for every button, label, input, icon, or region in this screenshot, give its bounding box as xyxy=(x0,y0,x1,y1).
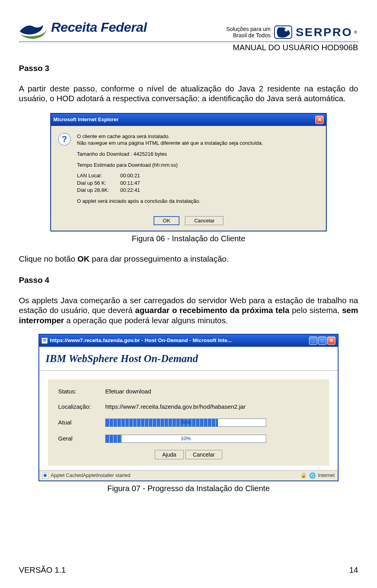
step-4-title: Passo 4 xyxy=(19,275,358,285)
eta-row-value: 00:00:21 xyxy=(120,172,263,179)
manual-title: MANUAL DO USUÁRIO HOD906B xyxy=(19,42,358,52)
ibm-product-title: IBM WebSphere Host On-Demand xyxy=(46,352,331,366)
eta-row-value: 00:22:41 xyxy=(120,187,263,194)
eta-row-label: Dial up 28,8K: xyxy=(77,187,120,194)
click-ok-pre: Clique no botão xyxy=(19,254,77,263)
step-3-title: Passo 3 xyxy=(19,63,358,73)
rf-brand-text: Receita Federal xyxy=(51,20,147,35)
p4-mid: pelo sistema, xyxy=(289,306,342,315)
question-icon: ? xyxy=(58,133,71,146)
eta-row-label: LAN Local: xyxy=(77,172,120,179)
page-number: 14 xyxy=(349,565,358,575)
serpro-logo: Soluções para um Brasil de Todos SERPRO® xyxy=(226,24,358,40)
dialog-post-line: O applet será iniciado após a conclusão … xyxy=(77,198,263,205)
download-size-line: Tamanho do Download : 4425216 bytes xyxy=(77,151,263,158)
globe-icon: 🌐 xyxy=(309,472,316,479)
serpro-tagline-1: Soluções para um xyxy=(226,26,271,32)
status-bar-text: Applet CachedAppletInstaller started xyxy=(51,473,130,479)
p4-post: a operação que poderá levar alguns minut… xyxy=(64,316,228,325)
dialog-line2: Não navegue em uma página HTML diferente… xyxy=(77,140,263,146)
click-ok-bold: OK xyxy=(77,254,90,263)
status-bar: Applet CachedAppletInstaller started 🔒 🌐… xyxy=(39,470,338,481)
svg-point-1 xyxy=(285,28,288,31)
minimize-icon[interactable]: _ xyxy=(309,337,317,345)
download-panel: Status: Efetuar download Localização: ht… xyxy=(48,379,329,466)
security-zone: Internet xyxy=(318,473,335,479)
progress-atual-pct: 70% xyxy=(181,419,191,426)
serpro-emblem-icon xyxy=(274,24,293,40)
figure-06-caption: Figura 06 - Instalação do Cliente xyxy=(19,234,358,244)
location-value: https://www7.receita.fazenda.gov.br/hod/… xyxy=(105,403,319,411)
dialog-line1: O cliente em cache agora será instalado. xyxy=(77,133,170,139)
progress-geral: 10% xyxy=(105,435,266,443)
ibm-header: IBM WebSphere Host On-Demand xyxy=(39,347,338,371)
page-footer: VERSÃO 1.1 14 xyxy=(19,565,358,575)
eta-row-value: 00:11:47 xyxy=(120,180,263,187)
progress-atual: 70% xyxy=(105,419,266,427)
help-button[interactable]: Ajuda xyxy=(155,450,184,459)
eta-row-label: Dial up 56 K: xyxy=(77,180,120,187)
progress-geral-fill xyxy=(106,435,122,442)
eta-title: Tempo Estimado para Download (hh:mm:ss) xyxy=(77,162,263,169)
status-value: Efetuar download xyxy=(105,388,319,395)
close-icon[interactable]: ✕ xyxy=(327,337,335,345)
progress-atual-label: Atual xyxy=(58,419,105,426)
maximize-icon[interactable]: □ xyxy=(318,337,326,345)
ok-button[interactable]: OK xyxy=(154,216,180,225)
serpro-word: SERPRO xyxy=(296,25,353,39)
svg-point-4 xyxy=(44,474,47,477)
status-label: Status: xyxy=(58,388,105,395)
eta-rows: LAN Local:00:00:21Dial up 56 K:00:11:47D… xyxy=(77,172,263,194)
window-title: https://www7.receita.fazenda.gov.br - Ho… xyxy=(50,337,307,344)
close-icon[interactable]: ✕ xyxy=(315,116,324,124)
version-label: VERSÃO 1.1 xyxy=(19,565,66,575)
p4-bold1: aguardar o recebimento da próxima tela xyxy=(135,306,289,315)
cancel-download-button[interactable]: Cancelar xyxy=(185,450,222,459)
progress-atual-fill xyxy=(106,419,218,426)
step-3-text: A partir deste passo, conforme o nível d… xyxy=(19,84,358,104)
click-ok-post: para dar prosseguimento a instalação. xyxy=(90,254,229,263)
window-titlebar: https://www7.receita.fazenda.gov.br - Ho… xyxy=(39,335,338,347)
ie-confirm-dialog: Microsoft Internet Explorer ✕ ? O client… xyxy=(50,113,327,231)
serpro-tagline: Soluções para um Brasil de Todos xyxy=(226,26,271,38)
lock-icon: 🔒 xyxy=(300,472,307,479)
click-ok-paragraph: Clique no botão OK para dar prosseguimen… xyxy=(19,254,358,264)
dialog-body-text: O cliente em cache agora será instalado.… xyxy=(77,133,263,208)
hod-download-window: https://www7.receita.fazenda.gov.br - Ho… xyxy=(38,334,339,481)
ie-page-icon xyxy=(42,338,48,344)
applet-icon xyxy=(42,473,48,479)
progress-geral-label: Geral xyxy=(58,435,105,442)
dialog-titlebar: Microsoft Internet Explorer ✕ xyxy=(51,114,326,126)
figure-07-caption: Figura 07 - Progresso da Instalação do C… xyxy=(19,484,358,493)
step-4-text: Os applets Java começarão a ser carregad… xyxy=(19,295,358,326)
location-label: Localização: xyxy=(58,403,105,411)
serpro-brand-text: SERPRO® xyxy=(296,25,358,39)
receita-federal-logo: Receita Federal xyxy=(19,20,147,40)
serpro-tagline-2: Brasil de Todos xyxy=(226,32,271,38)
progress-geral-pct: 10% xyxy=(181,435,191,442)
page-header: Receita Federal Soluções para um Brasil … xyxy=(19,20,358,42)
dialog-title: Microsoft Internet Explorer xyxy=(53,117,119,123)
rf-emblem-icon xyxy=(19,20,47,40)
cancel-button[interactable]: Cancelar xyxy=(185,216,223,225)
